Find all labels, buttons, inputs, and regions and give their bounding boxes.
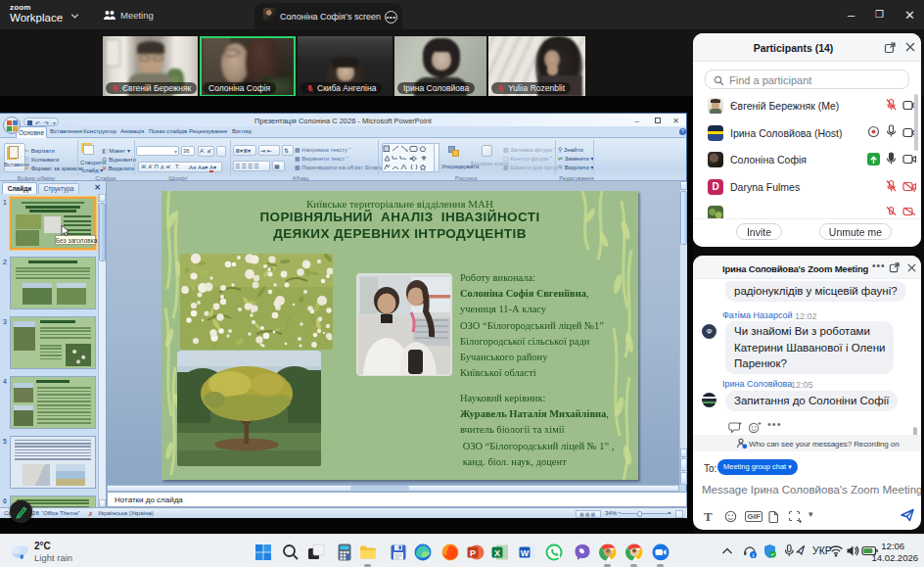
svg-text:P: P: [470, 548, 476, 558]
svg-text:zoom: zoom: [658, 560, 664, 563]
svg-text:W: W: [521, 548, 530, 558]
svg-text:X: X: [494, 548, 500, 558]
